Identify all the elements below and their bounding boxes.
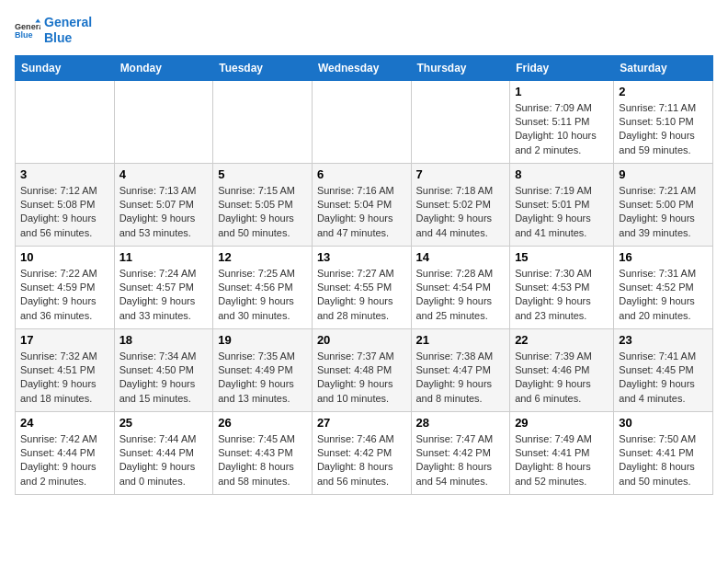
day-number: 12 — [218, 250, 307, 264]
calendar-cell: 6Sunrise: 7:16 AM Sunset: 5:04 PM Daylig… — [312, 163, 411, 246]
day-info: Sunrise: 7:28 AM Sunset: 4:54 PM Dayligh… — [416, 267, 506, 324]
calendar-cell: 7Sunrise: 7:18 AM Sunset: 5:02 PM Daylig… — [411, 163, 510, 246]
day-info: Sunrise: 7:38 AM Sunset: 4:47 PM Dayligh… — [416, 350, 506, 407]
day-info: Sunrise: 7:18 AM Sunset: 5:02 PM Dayligh… — [416, 184, 506, 241]
day-info: Sunrise: 7:45 AM Sunset: 4:43 PM Dayligh… — [218, 432, 307, 489]
day-info: Sunrise: 7:21 AM Sunset: 5:00 PM Dayligh… — [619, 184, 708, 241]
day-number: 2 — [619, 85, 708, 98]
day-number: 25 — [119, 416, 209, 430]
day-number: 29 — [515, 416, 609, 430]
day-number: 6 — [317, 167, 406, 181]
day-info: Sunrise: 7:34 AM Sunset: 4:50 PM Dayligh… — [119, 350, 209, 407]
calendar-week-row: 1Sunrise: 7:09 AM Sunset: 5:11 PM Daylig… — [16, 80, 713, 163]
calendar-cell: 3Sunrise: 7:12 AM Sunset: 5:08 PM Daylig… — [16, 163, 115, 246]
day-info: Sunrise: 7:19 AM Sunset: 5:01 PM Dayligh… — [515, 184, 609, 241]
logo-icon: General Blue — [15, 17, 40, 43]
calendar-body: 1Sunrise: 7:09 AM Sunset: 5:11 PM Daylig… — [16, 80, 713, 494]
day-number: 1 — [515, 85, 609, 98]
calendar-cell: 19Sunrise: 7:35 AM Sunset: 4:49 PM Dayli… — [213, 328, 313, 411]
day-number: 27 — [317, 416, 406, 430]
calendar-cell: 2Sunrise: 7:11 AM Sunset: 5:10 PM Daylig… — [614, 80, 713, 163]
day-number: 11 — [119, 250, 209, 264]
calendar-table: SundayMondayTuesdayWednesdayThursdayFrid… — [15, 55, 713, 495]
day-info: Sunrise: 7:25 AM Sunset: 4:56 PM Dayligh… — [218, 267, 307, 324]
calendar-week-row: 17Sunrise: 7:32 AM Sunset: 4:51 PM Dayli… — [16, 328, 713, 411]
calendar-cell: 27Sunrise: 7:46 AM Sunset: 4:42 PM Dayli… — [312, 411, 411, 494]
calendar-cell: 14Sunrise: 7:28 AM Sunset: 4:54 PM Dayli… — [411, 246, 510, 328]
day-number: 4 — [119, 167, 209, 181]
day-info: Sunrise: 7:24 AM Sunset: 4:57 PM Dayligh… — [119, 267, 209, 324]
day-info: Sunrise: 7:27 AM Sunset: 4:55 PM Dayligh… — [317, 267, 406, 324]
calendar-week-row: 24Sunrise: 7:42 AM Sunset: 4:44 PM Dayli… — [16, 411, 713, 494]
day-number: 28 — [416, 416, 506, 430]
calendar-week-row: 10Sunrise: 7:22 AM Sunset: 4:59 PM Dayli… — [16, 246, 713, 328]
day-info: Sunrise: 7:09 AM Sunset: 5:11 PM Dayligh… — [515, 101, 609, 158]
day-number: 9 — [619, 167, 708, 181]
day-info: Sunrise: 7:49 AM Sunset: 4:41 PM Dayligh… — [515, 432, 609, 489]
svg-text:Blue: Blue — [15, 30, 33, 40]
day-number: 19 — [218, 333, 307, 347]
day-info: Sunrise: 7:50 AM Sunset: 4:41 PM Dayligh… — [619, 432, 708, 489]
weekday-header-cell: Wednesday — [312, 55, 411, 80]
day-info: Sunrise: 7:32 AM Sunset: 4:51 PM Dayligh… — [20, 350, 109, 407]
day-number: 15 — [515, 250, 609, 264]
calendar-cell — [114, 80, 213, 163]
page-header: General Blue GeneralBlue — [15, 15, 713, 46]
day-info: Sunrise: 7:15 AM Sunset: 5:05 PM Dayligh… — [218, 184, 307, 241]
weekday-header-cell: Saturday — [614, 55, 713, 80]
day-number: 30 — [619, 416, 708, 430]
day-number: 3 — [20, 167, 109, 181]
weekday-header-row: SundayMondayTuesdayWednesdayThursdayFrid… — [16, 55, 713, 80]
calendar-cell: 21Sunrise: 7:38 AM Sunset: 4:47 PM Dayli… — [411, 328, 510, 411]
day-info: Sunrise: 7:47 AM Sunset: 4:42 PM Dayligh… — [416, 432, 506, 489]
calendar-cell — [312, 80, 411, 163]
day-info: Sunrise: 7:11 AM Sunset: 5:10 PM Dayligh… — [619, 101, 708, 158]
day-number: 22 — [515, 333, 609, 347]
calendar-cell: 10Sunrise: 7:22 AM Sunset: 4:59 PM Dayli… — [16, 246, 115, 328]
day-number: 24 — [20, 416, 109, 430]
day-info: Sunrise: 7:41 AM Sunset: 4:45 PM Dayligh… — [619, 350, 708, 407]
calendar-cell: 30Sunrise: 7:50 AM Sunset: 4:41 PM Dayli… — [614, 411, 713, 494]
calendar-cell: 29Sunrise: 7:49 AM Sunset: 4:41 PM Dayli… — [510, 411, 614, 494]
logo-text: GeneralBlue — [44, 15, 92, 46]
weekday-header-cell: Sunday — [16, 55, 115, 80]
calendar-cell: 13Sunrise: 7:27 AM Sunset: 4:55 PM Dayli… — [312, 246, 411, 328]
calendar-cell: 16Sunrise: 7:31 AM Sunset: 4:52 PM Dayli… — [614, 246, 713, 328]
day-number: 21 — [416, 333, 506, 347]
day-info: Sunrise: 7:44 AM Sunset: 4:44 PM Dayligh… — [119, 432, 209, 489]
day-info: Sunrise: 7:13 AM Sunset: 5:07 PM Dayligh… — [119, 184, 209, 241]
day-info: Sunrise: 7:31 AM Sunset: 4:52 PM Dayligh… — [619, 267, 708, 324]
svg-text:General: General — [15, 21, 40, 30]
day-info: Sunrise: 7:39 AM Sunset: 4:46 PM Dayligh… — [515, 350, 609, 407]
day-number: 23 — [619, 333, 708, 347]
calendar-cell: 15Sunrise: 7:30 AM Sunset: 4:53 PM Dayli… — [510, 246, 614, 328]
calendar-week-row: 3Sunrise: 7:12 AM Sunset: 5:08 PM Daylig… — [16, 163, 713, 246]
day-number: 26 — [218, 416, 307, 430]
calendar-cell: 11Sunrise: 7:24 AM Sunset: 4:57 PM Dayli… — [114, 246, 213, 328]
calendar-cell: 18Sunrise: 7:34 AM Sunset: 4:50 PM Dayli… — [114, 328, 213, 411]
day-number: 20 — [317, 333, 406, 347]
weekday-header-cell: Monday — [114, 55, 213, 80]
day-number: 10 — [20, 250, 109, 264]
day-number: 13 — [317, 250, 406, 264]
calendar-cell: 26Sunrise: 7:45 AM Sunset: 4:43 PM Dayli… — [213, 411, 313, 494]
calendar-cell: 4Sunrise: 7:13 AM Sunset: 5:07 PM Daylig… — [114, 163, 213, 246]
day-info: Sunrise: 7:22 AM Sunset: 4:59 PM Dayligh… — [20, 267, 109, 324]
calendar-cell — [213, 80, 313, 163]
calendar-cell: 24Sunrise: 7:42 AM Sunset: 4:44 PM Dayli… — [16, 411, 115, 494]
day-number: 8 — [515, 167, 609, 181]
day-info: Sunrise: 7:16 AM Sunset: 5:04 PM Dayligh… — [317, 184, 406, 241]
calendar-cell: 23Sunrise: 7:41 AM Sunset: 4:45 PM Dayli… — [614, 328, 713, 411]
day-number: 18 — [119, 333, 209, 347]
day-info: Sunrise: 7:35 AM Sunset: 4:49 PM Dayligh… — [218, 350, 307, 407]
calendar-cell: 5Sunrise: 7:15 AM Sunset: 5:05 PM Daylig… — [213, 163, 313, 246]
calendar-cell: 12Sunrise: 7:25 AM Sunset: 4:56 PM Dayli… — [213, 246, 313, 328]
logo: General Blue GeneralBlue — [15, 15, 92, 46]
day-number: 16 — [619, 250, 708, 264]
weekday-header-cell: Friday — [510, 55, 614, 80]
svg-marker-2 — [35, 18, 40, 22]
day-number: 17 — [20, 333, 109, 347]
calendar-cell: 8Sunrise: 7:19 AM Sunset: 5:01 PM Daylig… — [510, 163, 614, 246]
calendar-cell: 22Sunrise: 7:39 AM Sunset: 4:46 PM Dayli… — [510, 328, 614, 411]
calendar-cell: 9Sunrise: 7:21 AM Sunset: 5:00 PM Daylig… — [614, 163, 713, 246]
